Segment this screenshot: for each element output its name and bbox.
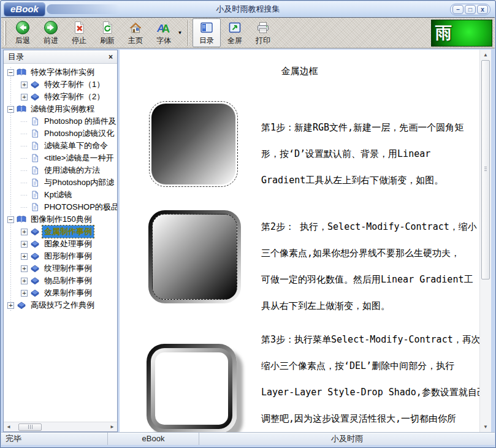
- tree-item[interactable]: +物品制作事例: [4, 275, 117, 287]
- tree-item[interactable]: PHOTOSHOP的极品: [4, 201, 117, 213]
- tree-item[interactable]: <title>滤镜是一种开: [4, 152, 117, 164]
- maximize-button[interactable]: □: [465, 5, 476, 14]
- tree-item[interactable]: +特效字制作（2）: [4, 91, 117, 103]
- tree-item-label: 特效子制作（1）: [42, 78, 106, 91]
- window-controls: – □ x: [450, 4, 490, 15]
- figure-step1-gradient-square: [149, 101, 238, 187]
- tree-connector: [21, 155, 28, 162]
- expander-minus-icon[interactable]: −: [7, 216, 14, 223]
- home-label: 主页: [128, 36, 143, 46]
- expander-plus-icon[interactable]: +: [21, 94, 28, 101]
- contents-button[interactable]: 目录: [193, 18, 221, 47]
- fullscreen-label: 全屏: [227, 36, 242, 46]
- tree-item[interactable]: 使用滤镜的方法: [4, 164, 117, 177]
- tree-item-label: PHOTOSHOP的极品: [42, 201, 117, 213]
- tree-item-label: Kpt滤镜: [42, 189, 74, 201]
- expander-plus-icon[interactable]: +: [21, 82, 28, 88]
- stop-label: 停止: [72, 36, 86, 46]
- close-button[interactable]: x: [477, 5, 488, 14]
- tree-item[interactable]: Kpt滤镜: [4, 189, 117, 201]
- rain-brand-text: 雨: [435, 22, 452, 44]
- tree-item[interactable]: 与Photoshop内部滤: [4, 177, 117, 189]
- step-line: 第1步：新建RGB文件,新建一层，先画一个圆角矩: [261, 115, 477, 141]
- back-icon: [15, 20, 30, 36]
- ebook-logo: eBook: [4, 3, 45, 16]
- scroll-down-icon[interactable]: ▼: [480, 422, 491, 432]
- stop-icon: [72, 20, 86, 36]
- contents-label: 目录: [199, 36, 214, 46]
- tree-item[interactable]: +特效子制作（1）: [4, 78, 117, 91]
- page-icon: [30, 166, 40, 175]
- tree-item-label: 图像制作150典例: [29, 213, 94, 226]
- panel-close-icon[interactable]: ×: [109, 53, 113, 61]
- tree-item[interactable]: Photoshop滤镜汉化: [4, 127, 117, 140]
- content-vertical-scrollbar[interactable]: ▲ ▼: [479, 50, 491, 432]
- rain-brand-logo: 雨: [431, 20, 492, 47]
- step-line: 第3步：执行菜单Select-Modify-Contract，再次: [261, 327, 477, 353]
- back-label: 后退: [15, 36, 30, 46]
- tree-item-label: 金属制作事例: [42, 226, 94, 238]
- contents-panel-title: 目录: [8, 51, 24, 63]
- step-line: 调整吧,因为这步设置灵活性很大,一切都由你所: [261, 406, 477, 432]
- tree-item-label: 特效字体制作实例: [29, 66, 96, 78]
- expander-plus-icon[interactable]: +: [21, 278, 28, 284]
- expander-plus-icon[interactable]: +: [21, 265, 28, 272]
- expander-plus-icon[interactable]: +: [7, 302, 14, 309]
- open-book-icon: [17, 105, 26, 113]
- tree-horizontal-scrollbar[interactable]: ◄ ►: [4, 422, 117, 431]
- tree-item[interactable]: −滤镜使用实例教程: [4, 103, 117, 115]
- tree-item[interactable]: +金属制作事例: [4, 226, 117, 238]
- refresh-button[interactable]: 刷新: [93, 18, 121, 47]
- tree-item-label: Photoshop滤镜汉化: [42, 127, 116, 140]
- expander-plus-icon[interactable]: +: [21, 229, 28, 235]
- tree-item[interactable]: Photoshop 的插件及: [4, 115, 117, 127]
- home-icon: [128, 20, 143, 36]
- font-button[interactable]: AA 字体: [150, 18, 178, 47]
- home-button[interactable]: 主页: [121, 18, 150, 47]
- forward-button[interactable]: 前进: [37, 18, 65, 47]
- tree-item-label: 效果制作事例: [42, 287, 94, 299]
- tree-item[interactable]: 滤镜菜单下的命令: [4, 140, 117, 152]
- step-line: 三个像素点,如果你想分界线不要那么生硬功夫，: [261, 240, 477, 267]
- back-button[interactable]: 后退: [9, 18, 37, 47]
- page-icon: [30, 154, 40, 162]
- step-line: 第2步： 执行，Select-Modify-Contract，缩小: [261, 214, 477, 240]
- tree-item-label: 滤镜菜单下的命令: [42, 140, 110, 152]
- tree-connector: [21, 204, 28, 211]
- tree-item[interactable]: −特效字体制作实例: [4, 66, 117, 78]
- tree-item[interactable]: +高级技巧之作典例: [4, 299, 117, 311]
- page-icon: [30, 203, 40, 211]
- toolbar-separator: [188, 20, 189, 46]
- scroll-up-icon[interactable]: ▲: [480, 50, 491, 60]
- print-icon: [256, 20, 270, 36]
- scroll-right-icon[interactable]: ►: [107, 424, 117, 430]
- font-dropdown-arrow-icon[interactable]: ▼: [176, 18, 184, 47]
- expander-minus-icon[interactable]: −: [7, 69, 14, 76]
- refresh-icon: [100, 20, 115, 36]
- tree-item[interactable]: +图形制作事例: [4, 250, 117, 262]
- contents-panel: 目录 × −特效字体制作实例+特效子制作（1）+特效字制作（2）−滤镜使用实例教…: [3, 50, 118, 432]
- tree-item[interactable]: −图像制作150典例: [4, 213, 117, 226]
- hscroll-thumb[interactable]: [18, 423, 42, 431]
- expander-minus-icon[interactable]: −: [7, 106, 14, 113]
- minimize-button[interactable]: –: [452, 5, 464, 14]
- scroll-left-icon[interactable]: ◄: [4, 424, 13, 430]
- expander-plus-icon[interactable]: +: [21, 290, 28, 297]
- stop-button[interactable]: 停止: [65, 18, 93, 47]
- tree-item[interactable]: +纹理制作事例: [4, 262, 117, 275]
- fullscreen-button[interactable]: 全屏: [221, 18, 249, 47]
- expander-plus-icon[interactable]: +: [21, 253, 28, 260]
- vscroll-thumb[interactable]: [481, 60, 490, 279]
- book-icon: [30, 227, 40, 236]
- print-button[interactable]: 打印: [249, 18, 277, 47]
- forward-icon: [44, 20, 58, 36]
- toolbar-grip[interactable]: [4, 21, 6, 45]
- figure-step2-inset-gradient-square: [148, 210, 241, 303]
- app-window: eBook 小及时雨教程搜集 – □ x 后退 前进 停止: [0, 0, 496, 448]
- tree-item-label: 纹理制作事例: [42, 262, 94, 275]
- expander-plus-icon[interactable]: +: [21, 241, 28, 248]
- step-line: 形，按‘D’设置默认前、背景，用Linear: [261, 141, 477, 167]
- tree-item[interactable]: +效果制作事例: [4, 287, 117, 299]
- tree-item[interactable]: +图象处理事例: [4, 238, 117, 250]
- tree-item-label: 特效字制作（2）: [42, 91, 106, 103]
